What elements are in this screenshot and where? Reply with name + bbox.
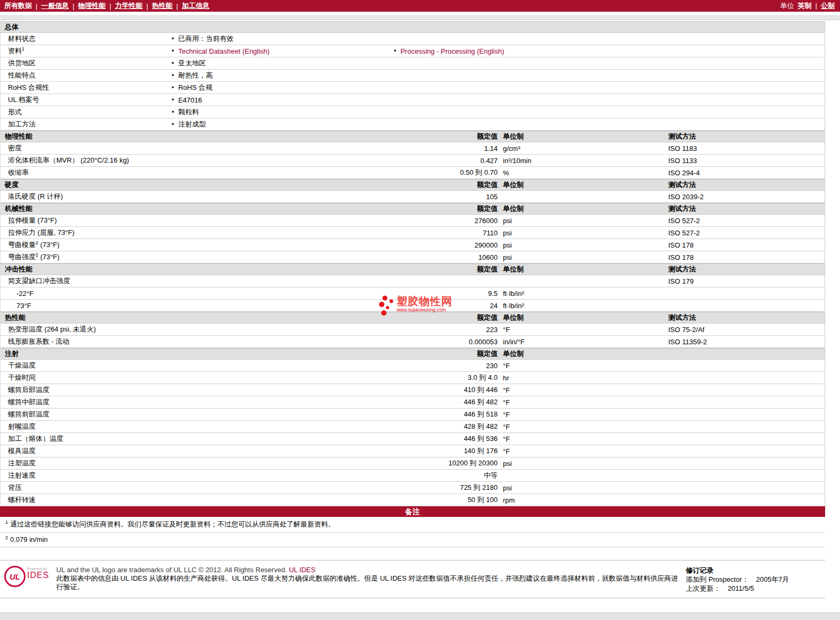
property-unit: °F bbox=[498, 326, 664, 334]
col-header-method: 测试方法 bbox=[664, 313, 825, 322]
bullet-icon: • bbox=[172, 47, 174, 55]
table-row: 供货地区•亚太地区 bbox=[1, 57, 825, 70]
bullet-text: 颗粒料 bbox=[178, 107, 199, 117]
col-header-unit: 单位制 bbox=[498, 313, 664, 322]
revision-record: 修订记录 添加到 Prospector： 2005年7月 上次更新： 2011/… bbox=[686, 566, 789, 593]
section-header: 冲击性能额定值单位制测试方法 bbox=[1, 264, 825, 275]
bullet-text: RoHS 合规 bbox=[178, 83, 212, 92]
property-value: 725 到 2180 bbox=[402, 483, 498, 492]
property-unit: ft·lb/in² bbox=[498, 290, 664, 298]
nav-item-5[interactable]: 热性能 bbox=[152, 1, 173, 11]
section-header: 物理性能额定值单位制测试方法 bbox=[1, 131, 825, 142]
property-label: 弯曲强度2 (73°F) bbox=[1, 252, 402, 262]
test-method: ISO 527-2 bbox=[664, 229, 825, 237]
property-label: 拉伸模量 (73°F) bbox=[1, 216, 402, 225]
table-row: 加工（熔体）温度446 到 536°F bbox=[1, 433, 825, 445]
property-unit: °F bbox=[498, 362, 664, 370]
bullet-text: E47016 bbox=[178, 96, 202, 104]
property-value: 0.000053 bbox=[402, 338, 498, 346]
bullet-icon: • bbox=[172, 72, 174, 79]
note-text: 通过这些链接您能够访问供应商资料。我们尽量保证及时更新资料；不过您可以从供应商处… bbox=[10, 520, 335, 528]
test-method: ISO 75-2/Af bbox=[664, 326, 825, 334]
property-value: 10600 bbox=[402, 253, 498, 261]
bullet-item: •Technical Datasheet (English) bbox=[172, 47, 394, 55]
property-label: 拉伸应力 (屈服, 73°F) bbox=[1, 228, 402, 237]
ul-ides-link[interactable]: UL IDES bbox=[289, 566, 315, 574]
col-header-method: 测试方法 bbox=[664, 180, 825, 190]
property-value: 10200 到 20300 bbox=[402, 458, 498, 468]
property-label: 密度 bbox=[1, 143, 402, 153]
note-row: 20.079 in/min bbox=[0, 533, 825, 547]
powered-by-block: Powered by IDES bbox=[27, 567, 49, 580]
nav-item-1[interactable]: 所有数据 bbox=[4, 1, 32, 11]
notes-banner: 备注 bbox=[0, 506, 825, 517]
section-header: 总体 bbox=[1, 21, 825, 33]
property-label: 加工方法 bbox=[1, 120, 172, 129]
property-value: 290000 bbox=[402, 241, 498, 249]
property-label: 溶化体积流率（MVR） (220°C/2.16 kg) bbox=[1, 156, 402, 165]
property-label: 螺筒前部温度 bbox=[1, 410, 402, 419]
col-header-unit: 单位制 bbox=[498, 180, 664, 190]
property-label: 材料状态 bbox=[1, 34, 172, 44]
bullet-list: •耐热性，高 bbox=[172, 71, 825, 80]
ides-label: IDES bbox=[27, 571, 49, 580]
property-value: 230 bbox=[402, 362, 498, 370]
property-label: 资料1 bbox=[1, 46, 172, 56]
nav-item-2[interactable]: 一般信息 bbox=[41, 1, 69, 11]
table-row: UL 档案号•E47016 bbox=[1, 94, 825, 106]
property-unit: hr bbox=[498, 374, 664, 382]
footnote-marker: 2 bbox=[5, 535, 8, 540]
unit-option-1[interactable]: 英制 bbox=[798, 2, 812, 10]
property-unit: psi bbox=[498, 253, 664, 261]
nav-item-3[interactable]: 物理性能 bbox=[78, 1, 106, 11]
property-unit: in/in/°F bbox=[498, 338, 664, 346]
ul-logo-text: UL bbox=[10, 572, 20, 581]
content-area: 总体材料状态•已商用：当前有效资料1•Technical Datasheet (… bbox=[0, 21, 825, 598]
table-row: 弯曲模量2 (73°F)290000psiISO 178 bbox=[1, 239, 825, 251]
table-row: 背压725 到 2180psi bbox=[1, 482, 825, 494]
col-header-unit: 单位制 bbox=[498, 132, 664, 141]
unit-label: 单位 bbox=[780, 1, 794, 11]
test-method: ISO 2039-2 bbox=[664, 193, 825, 201]
property-unit: psi bbox=[498, 241, 664, 249]
document-link[interactable]: Processing - Processing (English) bbox=[400, 47, 504, 55]
table-row: 螺筒后部温度410 到 446°F bbox=[1, 384, 825, 396]
revision-added-label: 添加到 Prospector： bbox=[686, 575, 749, 583]
note-row: 1通过这些链接您能够访问供应商资料。我们尽量保证及时更新资料；不过您可以从供应商… bbox=[0, 517, 825, 533]
bottom-scrollbar[interactable] bbox=[0, 613, 840, 620]
test-method: ISO 178 bbox=[664, 253, 825, 261]
revision-updated-label: 上次更新： bbox=[686, 584, 720, 592]
property-label: RoHS 合规性 bbox=[1, 83, 172, 92]
property-value: 428 到 482 bbox=[402, 422, 498, 431]
property-unit: % bbox=[498, 169, 664, 177]
footnote-marker: 2 bbox=[36, 252, 38, 258]
property-value: 7110 bbox=[402, 229, 498, 237]
property-value: 1.14 bbox=[402, 145, 498, 152]
nav-item-6[interactable]: 加工信息 bbox=[182, 1, 209, 11]
table-row: 拉伸应力 (屈服, 73°F)7110psiISO 527-2 bbox=[1, 227, 825, 239]
table-row: 注塑温度10200 到 20300psi bbox=[1, 457, 825, 470]
bullet-list: •已商用：当前有效 bbox=[172, 34, 825, 44]
col-header-rated: 额定值 bbox=[402, 204, 498, 214]
section-title: 总体 bbox=[1, 22, 402, 32]
property-unit: °F bbox=[498, 386, 664, 394]
property-value: 0.50 到 0.70 bbox=[402, 168, 498, 177]
table-row: 收缩率0.50 到 0.70%ISO 294-4 bbox=[1, 167, 825, 179]
test-method: ISO 178 bbox=[664, 241, 825, 249]
footer: UL Powered by IDES UL and the UL logo ar… bbox=[0, 560, 825, 598]
unit-option-2[interactable]: 公制 bbox=[821, 2, 835, 10]
property-value: 中等 bbox=[402, 471, 498, 480]
property-label: 注射速度 bbox=[1, 471, 402, 480]
test-method: ISO 527-2 bbox=[664, 217, 825, 225]
col-header-unit: 单位制 bbox=[498, 204, 664, 214]
document-link[interactable]: Technical Datasheet (English) bbox=[178, 47, 270, 55]
nav-links: 所有数据|一般信息|物理性能|力学性能|热性能|加工信息 bbox=[4, 1, 209, 11]
nav-item-4[interactable]: 力学性能 bbox=[115, 1, 142, 11]
section-title: 物理性能 bbox=[1, 132, 402, 141]
col-header-unit: 单位制 bbox=[498, 349, 664, 359]
bullet-item: •Processing - Processing (English) bbox=[394, 47, 616, 55]
property-label: 性能特点 bbox=[1, 71, 172, 80]
test-method: ISO 294-4 bbox=[664, 169, 825, 177]
bullet-item: •耐热性，高 bbox=[172, 71, 394, 80]
revision-updated-value: 2011/5/5 bbox=[728, 584, 754, 592]
